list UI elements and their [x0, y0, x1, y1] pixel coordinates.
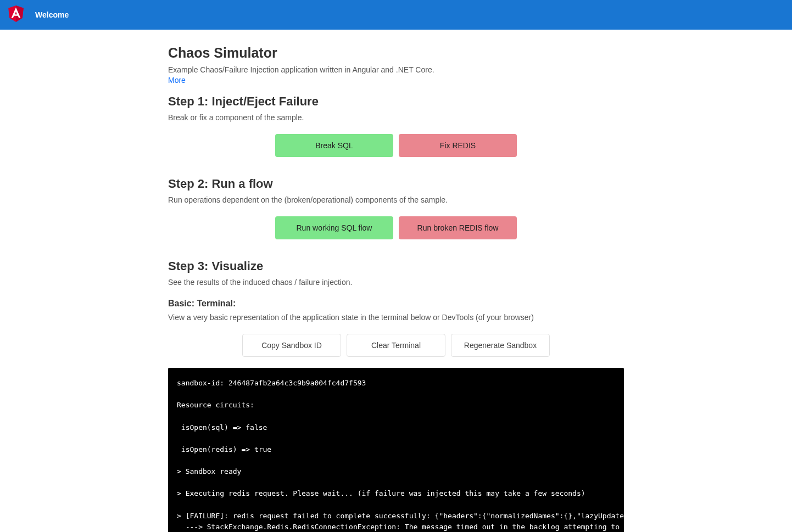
terminal-desc: View a very basic representation of the …	[168, 313, 624, 322]
step2-desc: Run operations dependent on the (broken/…	[168, 195, 624, 204]
step1-heading: Step 1: Inject/Eject Failure	[168, 94, 624, 109]
page-welcome-title: Welcome	[35, 10, 69, 19]
step1-desc: Break or fix a component of the sample.	[168, 113, 624, 122]
terminal-output: sandbox-id: 246487afb2a64c3c9b9a004fc4d7…	[168, 368, 624, 532]
step3-heading: Step 3: Visualize	[168, 259, 624, 273]
angular-logo-icon	[8, 5, 24, 24]
copy-sandbox-id-button[interactable]: Copy Sandbox ID	[242, 334, 341, 357]
regenerate-sandbox-button[interactable]: Regenerate Sandbox	[451, 334, 550, 357]
terminal-heading: Basic: Terminal:	[168, 299, 624, 309]
break-sql-button[interactable]: Break SQL	[275, 134, 393, 157]
top-bar: Welcome	[0, 0, 792, 30]
page-subtitle: Example Chaos/Failure Injection applicat…	[168, 65, 624, 74]
clear-terminal-button[interactable]: Clear Terminal	[347, 334, 445, 357]
step3-desc: See the results of the induced chaos / f…	[168, 278, 624, 287]
fix-redis-button[interactable]: Fix REDIS	[399, 134, 517, 157]
more-link[interactable]: More	[168, 76, 186, 85]
step2-heading: Step 2: Run a flow	[168, 177, 624, 191]
run-redis-flow-button[interactable]: Run broken REDIS flow	[399, 216, 517, 239]
page-title: Chaos Simulator	[168, 45, 624, 61]
run-sql-flow-button[interactable]: Run working SQL flow	[275, 216, 393, 239]
